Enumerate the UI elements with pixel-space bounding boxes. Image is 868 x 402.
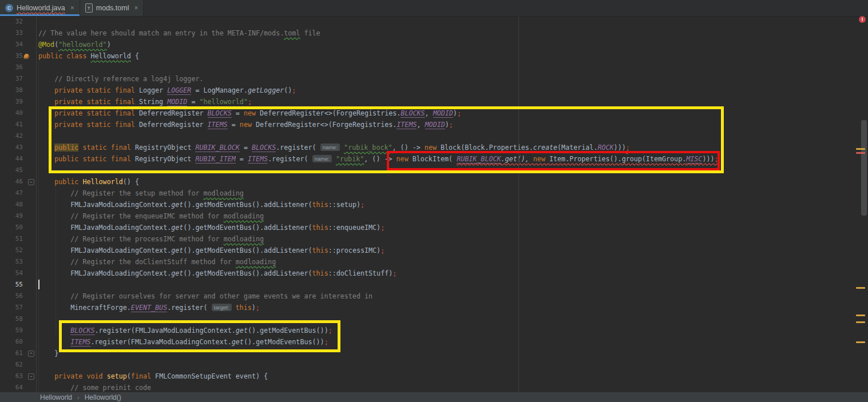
line-number[interactable]: 57 (0, 302, 23, 313)
line-number[interactable]: 35 (0, 50, 23, 62)
code-editor[interactable]: 3233// The value here should match an en… (0, 16, 868, 392)
line-number[interactable]: 45 (0, 165, 23, 176)
line-number[interactable]: 52 (0, 245, 23, 256)
code-line[interactable]: 36 (0, 62, 868, 73)
line-number[interactable]: 38 (0, 85, 23, 96)
code-line[interactable]: 58 (0, 313, 868, 325)
line-number[interactable]: 49 (0, 210, 23, 222)
gutter-slot (23, 119, 36, 130)
code-line[interactable]: 34@Mod("helloworld") (0, 39, 868, 50)
code-line[interactable]: 50 FMLJavaModLoadingContext.get().getMod… (0, 222, 868, 233)
stripe-mark-warning[interactable] (856, 341, 865, 343)
line-number[interactable]: 64 (0, 382, 23, 392)
toml-file-icon: T (85, 3, 93, 13)
stripe-mark-warning[interactable] (856, 321, 865, 323)
line-number[interactable]: 58 (0, 313, 23, 325)
stripe-mark-warning[interactable] (856, 315, 865, 316)
code-line[interactable]: 64 // some preinit code (0, 382, 868, 392)
line-number[interactable]: 39 (0, 96, 23, 108)
line-number[interactable]: 54 (0, 268, 23, 279)
code-line[interactable]: 56 // Register ourselves for server and … (0, 290, 868, 302)
breadcrumb-item-method[interactable]: Helloworld() (85, 393, 121, 401)
mod-entrypoint-icon[interactable] (23, 53, 29, 59)
line-number[interactable]: 60 (0, 336, 23, 348)
code-line[interactable]: 52 FMLJavaModLoadingContext.get().getMod… (0, 245, 868, 256)
scrollbar-thumb[interactable] (861, 120, 867, 216)
code-text: // Directly reference a log4j logger. (36, 73, 204, 85)
line-number[interactable]: 34 (0, 39, 23, 50)
java-class-icon: C (5, 4, 13, 12)
code-line[interactable]: 32 (0, 16, 868, 27)
code-line[interactable]: 55 (0, 279, 868, 290)
code-line[interactable]: 54 FMLJavaModLoadingContext.get().getMod… (0, 268, 868, 279)
tab-mods-toml[interactable]: T mods.toml × (80, 0, 144, 16)
close-icon[interactable]: × (134, 4, 138, 12)
code-line[interactable]: 43 public static final RegistryObject RU… (0, 142, 868, 153)
code-line[interactable]: 60 ITEMS.register(FMLJavaModLoadingConte… (0, 336, 868, 348)
code-line[interactable]: 39 private static final String MODID = "… (0, 96, 868, 108)
fold-marker-icon[interactable]: ^ (28, 351, 34, 357)
indent-guide (38, 62, 39, 393)
stripe-mark-warning[interactable] (856, 148, 865, 150)
line-number[interactable]: 43 (0, 142, 23, 153)
breadcrumb-item-class[interactable]: Helloworld (40, 393, 72, 401)
code-line[interactable]: 37 // Directly reference a log4j logger. (0, 73, 868, 85)
code-text: FMLJavaModLoadingContext.get().getModEve… (36, 199, 364, 210)
stripe-mark-warning[interactable] (856, 287, 865, 289)
tab-helloworld-java[interactable]: C Helloworld.java × (0, 0, 80, 16)
line-number[interactable]: 44 (0, 153, 23, 165)
line-number[interactable]: 55 (0, 279, 23, 290)
code-line[interactable]: 38 private static final Logger LOGGER = … (0, 85, 868, 96)
code-line[interactable]: 57 MinecraftForge.EVENT_BUS.register( ta… (0, 302, 868, 313)
gutter-slot (23, 290, 36, 302)
code-line[interactable]: 61^ } (0, 348, 868, 359)
line-number[interactable]: 61 (0, 348, 23, 359)
line-number[interactable]: 56 (0, 290, 23, 302)
line-number[interactable]: 46 (0, 176, 23, 188)
gutter-slot (23, 108, 36, 119)
code-line[interactable]: 46− public Helloworld() { (0, 176, 868, 188)
code-line[interactable]: 63− private void setup(final FMLCommonSe… (0, 371, 868, 382)
line-number[interactable]: 32 (0, 16, 23, 27)
code-line[interactable]: 49 // Register the enqueueIMC method for… (0, 210, 868, 222)
line-number[interactable]: 41 (0, 119, 23, 130)
code-line[interactable]: 51 // Register the processIMC method for… (0, 233, 868, 245)
code-line[interactable]: 35public class Helloworld { (0, 50, 868, 62)
code-text: FMLJavaModLoadingContext.get().getModEve… (36, 268, 397, 279)
code-line[interactable]: 53 // Register the doClientStuff method … (0, 256, 868, 268)
tab-label: Helloworld.java (17, 4, 65, 12)
line-number[interactable]: 33 (0, 27, 23, 39)
code-line[interactable]: 44 public static final RegistryObject RU… (0, 153, 868, 165)
line-number[interactable]: 51 (0, 233, 23, 245)
code-text: private void setup(final FMLCommonSetupE… (36, 371, 268, 382)
line-number[interactable]: 63 (0, 371, 23, 382)
inspections-error-icon[interactable]: ! (859, 16, 866, 23)
line-number[interactable]: 42 (0, 130, 23, 142)
gutter-slot (23, 256, 36, 268)
code-line[interactable]: 59 BLOCKS.register(FMLJavaModLoadingCont… (0, 325, 868, 336)
code-line[interactable]: 41 private static final DeferredRegister… (0, 119, 868, 130)
line-number[interactable]: 53 (0, 256, 23, 268)
line-number[interactable]: 36 (0, 62, 23, 73)
line-number[interactable]: 47 (0, 188, 23, 199)
line-number[interactable]: 59 (0, 325, 23, 336)
line-number[interactable]: 50 (0, 222, 23, 233)
code-line[interactable]: 40 private static final DeferredRegister… (0, 108, 868, 119)
stripe-mark-error[interactable] (856, 152, 865, 154)
close-icon[interactable]: × (70, 4, 74, 12)
code-line[interactable]: 62 (0, 359, 868, 371)
line-number[interactable]: 48 (0, 199, 23, 210)
code-text: // Register the doClientStuff method for… (36, 256, 276, 268)
code-line[interactable]: 33// The value here should match an entr… (0, 27, 868, 39)
fold-marker-icon[interactable]: − (28, 373, 34, 380)
code-line[interactable]: 47 // Register the setup method for modl… (0, 188, 868, 199)
line-number[interactable]: 37 (0, 73, 23, 85)
line-number[interactable]: 40 (0, 108, 23, 119)
code-line[interactable]: 45 (0, 165, 868, 176)
gutter-slot (23, 382, 36, 392)
code-line[interactable]: 42 (0, 130, 868, 142)
fold-marker-icon[interactable]: − (28, 179, 34, 185)
gutter-slot: − (23, 371, 36, 382)
code-line[interactable]: 48 FMLJavaModLoadingContext.get().getMod… (0, 199, 868, 210)
line-number[interactable]: 62 (0, 359, 23, 371)
